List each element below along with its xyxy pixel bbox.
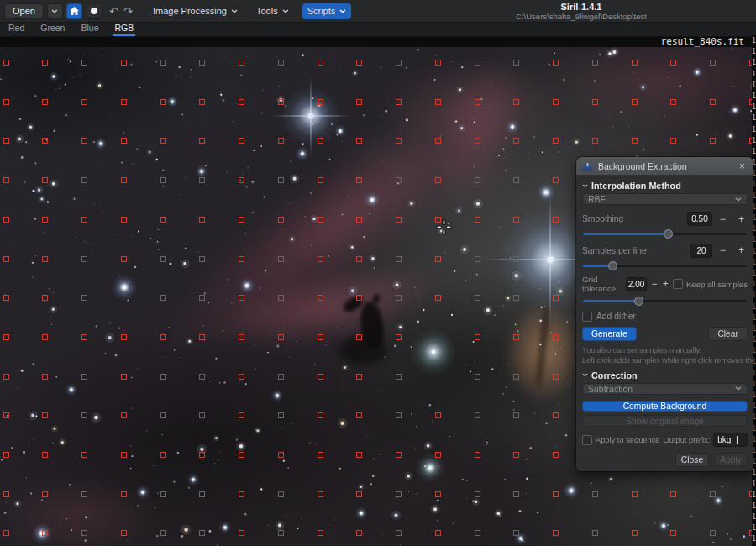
background-sample[interactable] xyxy=(278,295,284,301)
background-sample[interactable] xyxy=(318,256,323,262)
samples-per-line-value[interactable]: 20 xyxy=(690,244,712,258)
background-sample[interactable] xyxy=(199,452,205,458)
background-sample[interactable] xyxy=(435,491,441,497)
background-sample[interactable] xyxy=(121,452,127,458)
background-sample[interactable] xyxy=(318,412,323,418)
background-sample[interactable] xyxy=(710,99,716,105)
tab-green[interactable]: Green xyxy=(39,23,66,36)
background-sample[interactable] xyxy=(396,217,402,223)
background-sample[interactable] xyxy=(3,256,9,262)
background-sample[interactable] xyxy=(239,256,244,262)
background-sample[interactable] xyxy=(239,530,244,536)
background-sample[interactable] xyxy=(513,452,519,458)
background-sample[interactable] xyxy=(475,374,480,380)
background-sample[interactable] xyxy=(121,217,127,223)
add-dither-checkbox[interactable] xyxy=(582,312,592,322)
open-dropdown-button[interactable] xyxy=(47,3,63,19)
background-sample[interactable] xyxy=(435,530,441,536)
background-sample[interactable] xyxy=(553,452,559,458)
background-sample[interactable] xyxy=(3,491,9,497)
background-sample[interactable] xyxy=(3,530,9,536)
background-sample[interactable] xyxy=(81,177,87,183)
background-sample[interactable] xyxy=(513,530,519,536)
background-sample[interactable] xyxy=(356,491,362,497)
background-sample[interactable] xyxy=(81,530,87,536)
background-sample[interactable] xyxy=(160,412,166,418)
background-sample[interactable] xyxy=(435,452,441,458)
background-sample[interactable] xyxy=(81,334,87,340)
background-sample[interactable] xyxy=(42,295,48,301)
background-sample[interactable] xyxy=(396,177,402,183)
background-sample[interactable] xyxy=(160,256,166,262)
background-sample[interactable] xyxy=(239,452,244,458)
background-sample[interactable] xyxy=(3,374,9,380)
background-sample[interactable] xyxy=(592,491,598,497)
background-sample[interactable] xyxy=(239,295,244,301)
keep-all-samples-checkbox[interactable] xyxy=(673,279,683,289)
smoothing-decrement-button[interactable]: − xyxy=(717,213,729,225)
background-sample[interactable] xyxy=(81,412,87,418)
background-sample[interactable] xyxy=(278,334,284,340)
background-sample[interactable] xyxy=(356,138,362,144)
background-sample[interactable] xyxy=(632,60,638,66)
background-sample[interactable] xyxy=(278,138,284,144)
background-sample[interactable] xyxy=(278,217,284,223)
background-sample[interactable] xyxy=(318,217,323,223)
background-sample[interactable] xyxy=(121,138,127,144)
background-sample[interactable] xyxy=(199,138,205,144)
background-sample[interactable] xyxy=(42,60,48,66)
background-sample[interactable] xyxy=(121,491,127,497)
background-sample[interactable] xyxy=(356,374,362,380)
background-sample[interactable] xyxy=(435,412,441,418)
background-sample[interactable] xyxy=(278,452,284,458)
smoothing-increment-button[interactable]: + xyxy=(735,213,748,225)
background-sample[interactable] xyxy=(356,256,362,262)
samples-decrement-button[interactable]: − xyxy=(717,244,729,256)
background-sample[interactable] xyxy=(513,374,519,380)
grid-tolerance-value[interactable]: 2.00 xyxy=(626,277,647,291)
background-sample[interactable] xyxy=(318,177,323,183)
background-sample[interactable] xyxy=(239,177,244,183)
background-sample[interactable] xyxy=(475,99,480,105)
background-sample[interactable] xyxy=(278,530,284,536)
background-sample[interactable] xyxy=(670,138,676,144)
background-sample[interactable] xyxy=(199,99,205,105)
background-sample[interactable] xyxy=(710,491,716,497)
background-sample[interactable] xyxy=(435,177,441,183)
background-sample[interactable] xyxy=(42,99,48,105)
background-sample[interactable] xyxy=(553,491,559,497)
apply-to-sequence-checkbox[interactable] xyxy=(582,435,592,445)
background-sample[interactable] xyxy=(160,491,166,497)
background-sample[interactable] xyxy=(356,60,362,66)
background-sample[interactable] xyxy=(553,138,559,144)
correction-section-expander[interactable]: Correction xyxy=(582,370,748,381)
background-sample[interactable] xyxy=(121,177,127,183)
background-sample[interactable] xyxy=(121,412,127,418)
background-sample[interactable] xyxy=(553,60,559,66)
background-sample[interactable] xyxy=(3,217,9,223)
background-sample[interactable] xyxy=(239,334,244,340)
background-sample[interactable] xyxy=(435,138,441,144)
background-sample[interactable] xyxy=(396,530,402,536)
background-sample[interactable] xyxy=(435,60,441,66)
background-sample[interactable] xyxy=(475,138,480,144)
background-sample[interactable] xyxy=(356,452,362,458)
background-sample[interactable] xyxy=(396,295,402,301)
background-sample[interactable] xyxy=(199,334,205,340)
background-sample[interactable] xyxy=(513,99,519,105)
background-sample[interactable] xyxy=(160,374,166,380)
background-sample[interactable] xyxy=(356,177,362,183)
background-sample[interactable] xyxy=(553,99,559,105)
background-sample[interactable] xyxy=(513,491,519,497)
background-sample[interactable] xyxy=(670,491,676,497)
background-sample[interactable] xyxy=(239,138,244,144)
background-sample[interactable] xyxy=(121,256,127,262)
background-sample[interactable] xyxy=(475,452,480,458)
undo-button[interactable]: ↶ xyxy=(108,5,120,18)
smoothing-slider[interactable] xyxy=(583,228,747,236)
background-sample[interactable] xyxy=(121,334,127,340)
background-sample[interactable] xyxy=(81,452,87,458)
background-sample[interactable] xyxy=(42,177,48,183)
background-sample[interactable] xyxy=(592,99,598,105)
background-sample[interactable] xyxy=(81,491,87,497)
